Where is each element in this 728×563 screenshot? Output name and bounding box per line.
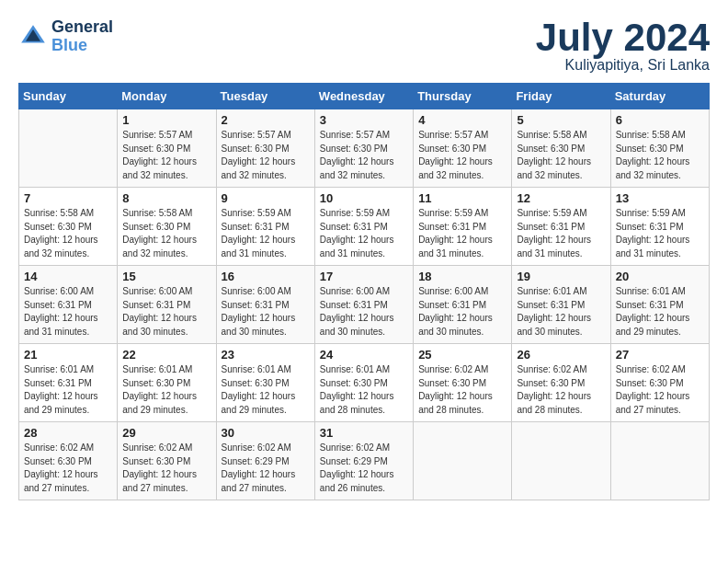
calendar-day-cell bbox=[610, 422, 709, 500]
day-number: 21 bbox=[24, 348, 112, 362]
calendar-table: SundayMondayTuesdayWednesdayThursdayFrid… bbox=[18, 83, 710, 500]
calendar-day-cell: 16Sunrise: 6:00 AM Sunset: 6:31 PM Dayli… bbox=[216, 266, 314, 344]
calendar-day-cell: 14Sunrise: 6:00 AM Sunset: 6:31 PM Dayli… bbox=[19, 266, 118, 344]
calendar-day-cell: 17Sunrise: 6:00 AM Sunset: 6:31 PM Dayli… bbox=[314, 266, 413, 344]
day-info: Sunrise: 5:58 AM Sunset: 6:30 PM Dayligh… bbox=[517, 129, 605, 182]
day-number: 24 bbox=[320, 348, 408, 362]
calendar-day-cell: 10Sunrise: 5:59 AM Sunset: 6:31 PM Dayli… bbox=[314, 188, 413, 266]
calendar-week-row: 21Sunrise: 6:01 AM Sunset: 6:31 PM Dayli… bbox=[19, 344, 710, 422]
day-info: Sunrise: 5:57 AM Sunset: 6:30 PM Dayligh… bbox=[122, 129, 210, 182]
calendar-day-cell: 27Sunrise: 6:02 AM Sunset: 6:30 PM Dayli… bbox=[610, 344, 709, 422]
day-info: Sunrise: 6:00 AM Sunset: 6:31 PM Dayligh… bbox=[122, 285, 210, 339]
day-number: 6 bbox=[616, 113, 704, 127]
day-info: Sunrise: 5:57 AM Sunset: 6:30 PM Dayligh… bbox=[320, 129, 408, 182]
day-number: 2 bbox=[222, 113, 310, 127]
calendar-day-cell: 22Sunrise: 6:01 AM Sunset: 6:30 PM Dayli… bbox=[118, 344, 216, 422]
calendar-header-cell: Thursday bbox=[414, 84, 512, 109]
day-info: Sunrise: 5:58 AM Sunset: 6:30 PM Dayligh… bbox=[616, 129, 704, 182]
calendar-header-cell: Monday bbox=[118, 84, 216, 109]
calendar-header-cell: Friday bbox=[512, 84, 610, 109]
calendar-day-cell: 4Sunrise: 5:57 AM Sunset: 6:30 PM Daylig… bbox=[414, 109, 512, 188]
calendar-day-cell: 29Sunrise: 6:02 AM Sunset: 6:30 PM Dayli… bbox=[118, 422, 216, 500]
calendar-day-cell: 21Sunrise: 6:01 AM Sunset: 6:31 PM Dayli… bbox=[19, 344, 118, 422]
day-number: 16 bbox=[222, 270, 310, 283]
day-number: 22 bbox=[122, 348, 210, 362]
calendar-day-cell: 8Sunrise: 5:58 AM Sunset: 6:30 PM Daylig… bbox=[118, 188, 216, 266]
day-number: 7 bbox=[24, 191, 112, 205]
day-info: Sunrise: 5:59 AM Sunset: 6:31 PM Dayligh… bbox=[320, 207, 408, 260]
day-number: 1 bbox=[122, 113, 210, 127]
calendar-header-cell: Tuesday bbox=[216, 84, 314, 109]
calendar-day-cell: 25Sunrise: 6:02 AM Sunset: 6:30 PM Dayli… bbox=[414, 344, 512, 422]
day-number: 14 bbox=[24, 270, 112, 283]
day-info: Sunrise: 6:00 AM Sunset: 6:31 PM Dayligh… bbox=[418, 285, 506, 339]
calendar-day-cell: 24Sunrise: 6:01 AM Sunset: 6:30 PM Dayli… bbox=[314, 344, 413, 422]
calendar-day-cell: 3Sunrise: 5:57 AM Sunset: 6:30 PM Daylig… bbox=[314, 109, 413, 188]
day-number: 25 bbox=[418, 348, 506, 362]
calendar-day-cell: 7Sunrise: 5:58 AM Sunset: 6:30 PM Daylig… bbox=[19, 188, 118, 266]
day-info: Sunrise: 5:59 AM Sunset: 6:31 PM Dayligh… bbox=[616, 207, 704, 260]
calendar-day-cell: 23Sunrise: 6:01 AM Sunset: 6:30 PM Dayli… bbox=[216, 344, 314, 422]
day-info: Sunrise: 6:01 AM Sunset: 6:31 PM Dayligh… bbox=[517, 285, 605, 339]
day-number: 15 bbox=[122, 270, 210, 283]
calendar-day-cell: 2Sunrise: 5:57 AM Sunset: 6:30 PM Daylig… bbox=[216, 109, 314, 188]
day-number: 31 bbox=[320, 426, 408, 440]
calendar-week-row: 7Sunrise: 5:58 AM Sunset: 6:30 PM Daylig… bbox=[19, 188, 710, 266]
calendar-day-cell: 26Sunrise: 6:02 AM Sunset: 6:30 PM Dayli… bbox=[512, 344, 610, 422]
calendar-header-row: SundayMondayTuesdayWednesdayThursdayFrid… bbox=[19, 84, 710, 109]
calendar-day-cell: 1Sunrise: 5:57 AM Sunset: 6:30 PM Daylig… bbox=[118, 109, 216, 188]
calendar-day-cell bbox=[19, 109, 118, 188]
calendar-week-row: 28Sunrise: 6:02 AM Sunset: 6:30 PM Dayli… bbox=[19, 422, 710, 500]
day-info: Sunrise: 5:59 AM Sunset: 6:31 PM Dayligh… bbox=[418, 207, 506, 260]
day-number: 13 bbox=[616, 191, 704, 205]
calendar-day-cell: 12Sunrise: 5:59 AM Sunset: 6:31 PM Dayli… bbox=[512, 188, 610, 266]
title-block: July 2024 Kuliyapitiya, Sri Lanka bbox=[536, 18, 710, 74]
calendar-header-cell: Saturday bbox=[610, 84, 709, 109]
day-info: Sunrise: 6:01 AM Sunset: 6:31 PM Dayligh… bbox=[24, 363, 112, 417]
month-title: July 2024 bbox=[536, 18, 710, 57]
day-info: Sunrise: 5:58 AM Sunset: 6:30 PM Dayligh… bbox=[24, 207, 112, 260]
calendar-header-cell: Wednesday bbox=[314, 84, 413, 109]
calendar-day-cell: 13Sunrise: 5:59 AM Sunset: 6:31 PM Dayli… bbox=[610, 188, 709, 266]
day-info: Sunrise: 5:57 AM Sunset: 6:30 PM Dayligh… bbox=[418, 129, 506, 182]
page-header: General Blue July 2024 Kuliyapitiya, Sri… bbox=[18, 18, 710, 74]
day-number: 26 bbox=[517, 348, 605, 362]
day-number: 23 bbox=[222, 348, 310, 362]
day-info: Sunrise: 5:59 AM Sunset: 6:31 PM Dayligh… bbox=[222, 207, 310, 260]
day-number: 11 bbox=[418, 191, 506, 205]
day-number: 30 bbox=[222, 426, 310, 440]
calendar-day-cell: 19Sunrise: 6:01 AM Sunset: 6:31 PM Dayli… bbox=[512, 266, 610, 344]
logo-icon bbox=[18, 22, 48, 52]
day-info: Sunrise: 6:00 AM Sunset: 6:31 PM Dayligh… bbox=[320, 285, 408, 339]
calendar-day-cell: 15Sunrise: 6:00 AM Sunset: 6:31 PM Dayli… bbox=[118, 266, 216, 344]
day-number: 18 bbox=[418, 270, 506, 283]
day-number: 9 bbox=[222, 191, 310, 205]
calendar-week-row: 14Sunrise: 6:00 AM Sunset: 6:31 PM Dayli… bbox=[19, 266, 710, 344]
day-number: 27 bbox=[616, 348, 704, 362]
calendar-day-cell bbox=[512, 422, 610, 500]
calendar-day-cell: 31Sunrise: 6:02 AM Sunset: 6:29 PM Dayli… bbox=[314, 422, 413, 500]
calendar-day-cell bbox=[414, 422, 512, 500]
calendar-day-cell: 18Sunrise: 6:00 AM Sunset: 6:31 PM Dayli… bbox=[414, 266, 512, 344]
calendar-day-cell: 9Sunrise: 5:59 AM Sunset: 6:31 PM Daylig… bbox=[216, 188, 314, 266]
day-info: Sunrise: 6:02 AM Sunset: 6:30 PM Dayligh… bbox=[24, 442, 112, 495]
day-info: Sunrise: 6:02 AM Sunset: 6:30 PM Dayligh… bbox=[616, 363, 704, 417]
day-number: 20 bbox=[616, 270, 704, 283]
calendar-day-cell: 30Sunrise: 6:02 AM Sunset: 6:29 PM Dayli… bbox=[216, 422, 314, 500]
day-number: 19 bbox=[517, 270, 605, 283]
location: Kuliyapitiya, Sri Lanka bbox=[536, 57, 710, 74]
day-info: Sunrise: 6:02 AM Sunset: 6:30 PM Dayligh… bbox=[517, 363, 605, 417]
day-info: Sunrise: 6:02 AM Sunset: 6:29 PM Dayligh… bbox=[320, 442, 408, 495]
day-number: 29 bbox=[122, 426, 210, 440]
calendar-week-row: 1Sunrise: 5:57 AM Sunset: 6:30 PM Daylig… bbox=[19, 109, 710, 188]
day-info: Sunrise: 6:01 AM Sunset: 6:30 PM Dayligh… bbox=[320, 363, 408, 417]
day-number: 4 bbox=[418, 113, 506, 127]
day-number: 8 bbox=[122, 191, 210, 205]
day-number: 17 bbox=[320, 270, 408, 283]
day-info: Sunrise: 6:02 AM Sunset: 6:29 PM Dayligh… bbox=[222, 442, 310, 495]
day-info: Sunrise: 6:02 AM Sunset: 6:30 PM Dayligh… bbox=[418, 363, 506, 417]
day-number: 5 bbox=[517, 113, 605, 127]
day-number: 3 bbox=[320, 113, 408, 127]
day-info: Sunrise: 6:01 AM Sunset: 6:30 PM Dayligh… bbox=[222, 363, 310, 417]
logo: General Blue bbox=[18, 18, 113, 55]
